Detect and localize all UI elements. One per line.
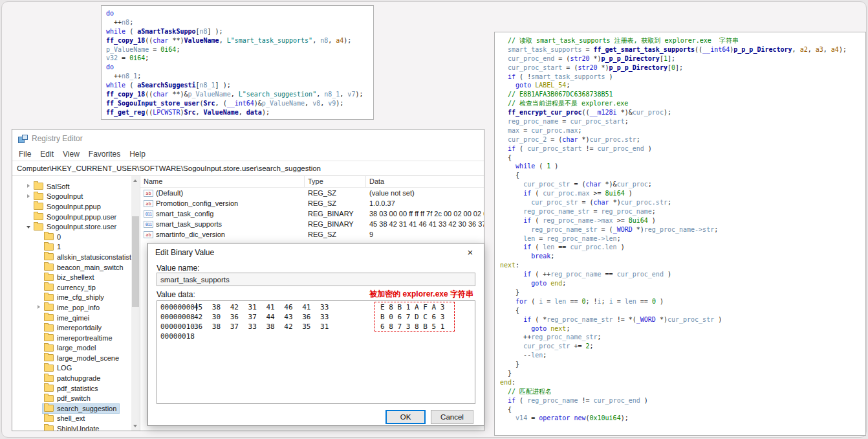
hex-row[interactable]: 00000018 [160,332,475,341]
chevron-down-icon[interactable] [25,223,32,231]
tree-item-currency_tip[interactable]: currency_tip [12,282,131,293]
ok-button[interactable]: OK [385,410,426,424]
tree-item-large_model[interactable]: large_model [12,343,131,354]
scrollbar-thumb[interactable] [132,216,139,307]
tree-item-SogouInput.ppup[interactable]: SogouInput.ppup [12,201,131,212]
folder-icon [44,405,54,412]
tree-item-beacon_main_switch[interactable]: beacon_main_switch [12,262,131,273]
chevron-right-icon[interactable] [25,193,32,200]
column-header-name[interactable]: Name [140,176,305,187]
cancel-button[interactable]: Cancel [431,410,473,424]
menu-file[interactable]: File [14,150,36,159]
value-name-field[interactable]: smart_task_supports [157,273,475,286]
tree-item-ime_cfg_shiply[interactable]: ime_cfg_shiply [12,293,131,303]
menu-view[interactable]: View [58,150,84,159]
column-header-data[interactable]: Data [366,176,484,187]
chevron-spacer [36,375,43,382]
chevron-spacer [25,213,32,220]
folder-icon [44,344,54,352]
tree-item-label: SogouInput [47,192,83,200]
tree-item-label: imereportrealtime [57,334,113,342]
code-line: ff_encrypt_cur_proc((__m128i *)&cur_proc… [500,108,860,117]
folder-icon [34,213,43,220]
chevron-right-icon[interactable] [25,183,32,190]
chevron-spacer [25,203,32,210]
code-line: break; [500,252,860,261]
tree-item-label: pdf_statistics [57,385,98,392]
tree-item-label: currency_tip [57,284,96,291]
annotation-dashed-box [374,302,455,332]
tree-item-LOG[interactable]: LOG [12,363,131,374]
chevron-spacer [36,334,43,341]
tree-item-imereportrealtime[interactable]: imereportrealtime [12,333,131,343]
tree-item-search_suggestion[interactable]: search_suggestion [12,403,131,414]
value-row-Promotion_config_version[interactable]: abPromotion_config_versionREG_SZ1.0.0.37 [140,198,484,208]
code-line: if ( reg_proc_name->max >= 8ui64 ) [500,216,860,225]
folder-icon [44,274,54,281]
text-caret [196,303,197,311]
registry-key-tree: SalSoftSogouInputSogouInput.ppupSogouInp… [12,176,131,431]
value-type: REG_SZ [305,199,366,207]
scroll-up-icon[interactable] [133,179,137,182]
tree-item-label: allskin_statusiconstatistics [57,253,131,261]
value-row-smartinfo_dic_version[interactable]: absmartinfo_dic_versionREG_SZ9 [140,229,484,240]
tree-item-ime_pop_info[interactable]: ime_pop_info [12,302,131,313]
tree-item-0[interactable]: 0 [12,232,131,242]
close-icon[interactable]: × [457,243,484,262]
value-type: REG_BINARY [305,220,366,228]
code-line: len = reg_proc_name->len; [500,234,860,243]
value-list-header: NameTypeData [140,176,484,188]
code-line: reg_proc_name_str = reg_proc_name; [500,207,860,216]
column-header-type[interactable]: Type [305,176,366,187]
chevron-spacer [36,354,43,361]
chevron-spacer [36,385,43,392]
chevron-right-icon[interactable] [36,304,43,311]
hex-address: 00000010 [160,322,194,332]
tree-item-SogouInput.ppup.user[interactable]: SogouInput.ppup.user [12,212,131,222]
tree-item-large_model_scene[interactable]: large_model_scene [12,353,131,363]
hex-address: 00000018 [160,332,194,341]
code-line: if ( ++reg_proc_name == cur_proc_end ) [500,270,860,279]
value-type: REG_SZ [305,231,366,238]
tree-item-patchupgrade[interactable]: patchupgrade [12,373,131,383]
code-line: if ( reg_proc_name != cur_proc_end ) [500,396,860,405]
tree-item-ShiplyUpdate[interactable]: ShiplyUpdate [12,423,131,431]
value-row-smart_task_config[interactable]: 011smart_task_configREG_BINARY38 03 00 0… [140,208,484,219]
dialog-titlebar[interactable]: Edit Binary Value [148,243,484,262]
tree-item-SogouInput[interactable]: SogouInput [12,192,131,202]
hex-bytes [194,332,344,341]
folder-icon [44,395,54,402]
scroll-down-icon[interactable] [133,425,137,427]
code-line: end: [500,378,860,387]
tree-item-label: large_model_scene [57,354,119,362]
code-snippet-registry-read: do ++n8;while ( aSmartTaskSuppo[n8] );ff… [101,5,374,120]
chevron-spacer [36,405,43,412]
tree-item-label: imereportdaily [57,324,102,332]
menu-help[interactable]: Help [125,150,150,159]
folder-icon [34,183,43,190]
registry-address-bar[interactable]: Computer\HKEY_CURRENT_USER\SOFTWARE\Sogo… [12,161,484,176]
tree-scrollbar[interactable] [131,176,140,431]
tree-item-SalSoft[interactable]: SalSoft [12,181,131,192]
code-line: smart_task_supports = ff_get_smart_task_… [500,45,860,54]
tree-item-biz_shellext[interactable]: biz_shellext [12,272,131,282]
tree-item-ime_qimei[interactable]: ime_qimei [12,313,131,323]
value-row-smart_task_supports[interactable]: 011smart_task_supportsREG_BINARY45 38 42… [140,219,484,229]
menu-favorites[interactable]: Favorites [84,150,125,159]
tree-item-SogouInput.store.user[interactable]: SogouInput.store.user [12,221,131,232]
code-line: cur_proc_end = (str20 *)p_p_p_Directory[… [500,54,860,63]
registry-titlebar[interactable]: Registry Editor [12,129,484,147]
tree-item-pdf_statistics[interactable]: pdf_statistics [12,383,131,394]
tree-item-imereportdaily[interactable]: imereportdaily [12,322,131,333]
code-line: } [500,360,860,369]
tree-item-pdf_switch[interactable]: pdf_switch [12,393,131,403]
tree-item-1[interactable]: 1 [12,242,131,253]
tree-item-shell_ext[interactable]: shell_ext [12,414,131,424]
value-row-(Default)[interactable]: ab(Default)REG_SZ(value not set) [140,188,484,198]
hex-editor[interactable]: 0000000045 38 42 31 41 46 41 33E 8 B 1 A… [157,300,475,404]
chevron-spacer [36,314,43,321]
menu-edit[interactable]: Edit [36,150,58,159]
value-name: smart_task_supports [156,220,222,228]
folder-icon [44,365,54,372]
tree-item-allskin_statusiconstatistics[interactable]: allskin_statusiconstatistics [12,252,131,262]
